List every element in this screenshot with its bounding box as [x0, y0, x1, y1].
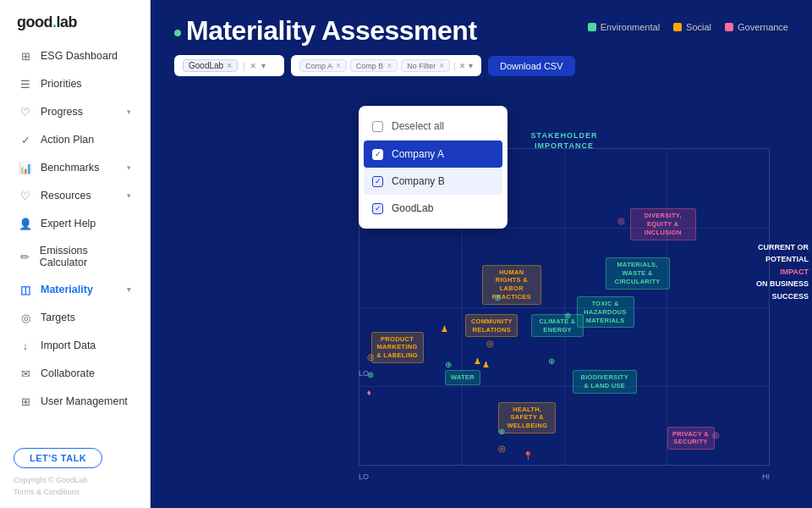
sidebar-item-collaborate[interactable]: ✉ Collaborate — [5, 360, 145, 387]
logo-accent: . — [52, 14, 57, 30]
hs-env-icon: ⊕ — [498, 427, 505, 436]
grid-icon: ⊞ — [19, 49, 32, 63]
company-a-checkbox: ✓ — [372, 149, 383, 160]
mail-icon: ✉ — [19, 367, 32, 380]
community-icon: ◎ — [486, 339, 494, 348]
sidebar-item-esg-dashboard[interactable]: ⊞ ESG Dashboard — [5, 42, 145, 69]
legend-governance: Governance — [725, 22, 788, 32]
comparison-filter-dropdown[interactable]: Comp A × Comp B × No Filter × | × ▾ — [291, 55, 481, 76]
sidebar-item-emissions-calculator[interactable]: ✏ Emissions Calculator — [5, 238, 145, 275]
target-icon: ◎ — [19, 311, 32, 324]
footer-copyright: Copyright © GoodLab Terms & Conditions — [14, 475, 136, 498]
privacy-icon: ◎ — [712, 430, 720, 439]
diversity-icon: ◎ — [617, 216, 625, 225]
page-title: Materiality Assessment — [174, 15, 477, 47]
environmental-dot — [588, 23, 596, 31]
pm-gov-icon: ♦ — [367, 388, 371, 397]
governance-dot — [725, 23, 733, 31]
legend-social: Social — [673, 22, 711, 32]
layers-icon: ◫ — [19, 283, 32, 296]
company-b-option[interactable]: ✓ Company B — [364, 168, 502, 195]
lets-talk-button[interactable]: LET'S TALK — [14, 448, 102, 468]
no-filter-tag: No Filter × — [401, 59, 450, 72]
sidebar-nav: ⊞ ESG Dashboard ☰ Priorities ♡ Progress … — [0, 41, 150, 416]
business-impact-label: CURRENT ORPOTENTIALIMPACTON BUSINESSSUCC… — [741, 241, 809, 302]
scatter-icon-3: ♟ — [441, 324, 448, 334]
sidebar-item-progress[interactable]: ♡ Progress ▾ — [5, 98, 145, 125]
chevron-down-icon: ▾ — [127, 285, 131, 294]
edit-icon: ✏ — [19, 250, 31, 263]
sidebar-item-priorities[interactable]: ☰ Priorities — [5, 70, 145, 97]
main-header: Materiality Assessment Environmental Soc… — [151, 0, 812, 55]
deselect-checkbox — [372, 121, 383, 132]
sidebar-item-action-plan[interactable]: ✓ Action Plan — [5, 126, 145, 153]
topic-biodiversity[interactable]: BIODIVERSITY & LAND USE — [573, 370, 637, 394]
topic-climate[interactable]: CLIMATE & ENERGY — [531, 314, 584, 338]
bar-chart-icon: 📊 — [19, 161, 32, 174]
legend-environmental: Environmental — [588, 22, 660, 32]
scatter-icon-2: ⊕ — [548, 356, 555, 366]
dropdown-arrow-icon[interactable]: ▾ — [261, 61, 266, 70]
legend: Environmental Social Governance — [588, 22, 788, 32]
remove-company-b[interactable]: × — [387, 61, 392, 70]
sidebar-item-expert-help[interactable]: 👤 Expert Help — [5, 210, 145, 237]
download-icon: ↓ — [19, 339, 32, 352]
clear-comparison-icon[interactable]: × — [459, 60, 465, 72]
hr-env-icon: ⊕ — [494, 293, 501, 302]
scatter-icon-1: ♟ — [482, 360, 490, 369]
topic-materials[interactable]: MATERIALS, WASTE & CIRCULARITY — [606, 257, 670, 289]
goodlab-option[interactable]: ✓ GoodLab — [359, 195, 508, 222]
check-icon: ✓ — [19, 133, 32, 146]
hs-pin-icon: 📍 — [523, 451, 533, 461]
x-axis-lo-label: LO — [359, 472, 369, 481]
download-csv-button[interactable]: Download CSV — [488, 56, 575, 76]
sidebar-item-benchmarks[interactable]: 📊 Benchmarks ▾ — [5, 154, 145, 181]
sidebar-footer: LET'S TALK Copyright © GoodLab Terms & C… — [0, 438, 150, 508]
clear-filter-icon[interactable]: × — [250, 60, 256, 72]
topic-human-rights[interactable]: HUMAN RIGHTS & LABOR PRACTICES — [482, 265, 541, 305]
stakeholder-importance-label: STAKEHOLDER IMPORTANCE — [531, 131, 598, 151]
company-a-tag: Comp A × — [299, 59, 347, 72]
topic-water[interactable]: WATER — [445, 370, 480, 385]
topic-toxic[interactable]: TOXIC & HAZARDOUS MATERIALS — [577, 296, 634, 328]
chevron-down-icon: ▾ — [127, 163, 131, 172]
comparison-dropdown-arrow[interactable]: ▾ — [469, 61, 473, 70]
climate-icon: ⊕ — [564, 311, 571, 320]
user-icon: 👤 — [19, 217, 32, 230]
bookmark-icon: ♡ — [19, 189, 32, 202]
goodlab-checkbox: ✓ — [372, 203, 383, 214]
topic-privacy[interactable]: PRIVACY & SECURITY — [667, 427, 715, 450]
x-axis-hi-label: HI — [762, 472, 770, 481]
water-icon: ⊕ — [445, 360, 452, 369]
topic-diversity[interactable]: DIVERSITY, EQUITY & INCLUSION — [630, 208, 696, 240]
grid-v-2 — [564, 149, 565, 465]
topic-health-safety[interactable]: HEALTH, SAFETY & WELLBEING — [498, 402, 556, 433]
water-person-icon: ♟ — [474, 356, 481, 366]
main-content: Materiality Assessment Environmental Soc… — [151, 0, 812, 508]
topic-product-marketing[interactable]: PRODUCT MARKETING & LABELING — [371, 332, 424, 363]
users-icon: ⊞ — [19, 395, 32, 408]
heart-icon: ♡ — [19, 105, 32, 119]
company-a-option[interactable]: ✓ Company A — [364, 141, 502, 168]
filter-bar: GoodLab × | × ▾ Comp A × Comp B × No Fil… — [151, 55, 812, 86]
company-b-checkbox: ✓ — [372, 176, 383, 187]
remove-goodlab-tag[interactable]: × — [227, 61, 232, 70]
grid-v-3 — [667, 149, 667, 465]
company-filter-dropdown[interactable]: GoodLab × | × ▾ — [174, 55, 284, 76]
list-icon: ☰ — [19, 77, 32, 91]
sidebar-item-user-management[interactable]: ⊞ User Management — [5, 388, 145, 415]
remove-no-filter[interactable]: × — [439, 61, 444, 70]
product-marketing-icon: ◎ — [367, 352, 375, 362]
chevron-down-icon: ▾ — [127, 108, 131, 116]
pm-env-icon: ⊕ — [367, 370, 374, 379]
deselect-all-option[interactable]: Deselect all — [359, 113, 508, 141]
topic-community[interactable]: COMMUNITY RELATIONS — [465, 314, 518, 338]
hs-soc-icon: ◎ — [498, 444, 506, 453]
logo: good.lab — [0, 0, 150, 41]
sidebar-item-targets[interactable]: ◎ Targets — [5, 304, 145, 331]
sidebar-item-import-data[interactable]: ↓ Import Data — [5, 332, 145, 359]
remove-company-a[interactable]: × — [336, 61, 341, 70]
sidebar-item-resources[interactable]: ♡ Resources ▾ — [5, 182, 145, 209]
sidebar-item-materiality[interactable]: ◫ Materiality ▾ — [5, 276, 145, 303]
chevron-down-icon: ▾ — [127, 191, 131, 200]
